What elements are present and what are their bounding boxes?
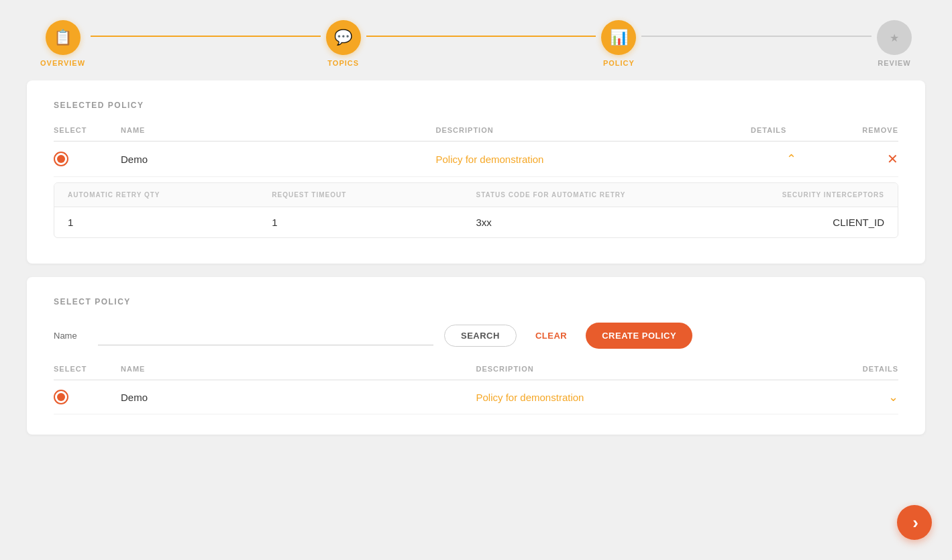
sp-row-description: Policy for demonstration (476, 392, 832, 403)
sub-col-timeout: REQUEST TIMEOUT (272, 191, 476, 199)
step-label-policy: POLICY (603, 59, 635, 67)
clear-button[interactable]: CLEAR (527, 325, 575, 346)
select-policy-row: Demo Policy for demonstration ⌄ (54, 380, 898, 414)
row-name: Demo (121, 154, 436, 165)
select-policy-title: SELECT POLICY (54, 297, 898, 306)
overview-icon: 📋 (54, 29, 72, 46)
sub-col-retry: AUTOMATIC RETRY QTY (68, 191, 272, 199)
step-line-3 (641, 36, 871, 37)
col-name: NAME (121, 126, 436, 134)
fab-next-button[interactable]: › (897, 505, 932, 540)
selected-policy-card: SELECTED POLICY SELECT NAME DESCRIPTION … (27, 80, 925, 264)
step-label-review: REVIEW (878, 59, 910, 67)
sp-col-description: DESCRIPTION (476, 365, 832, 373)
sp-radio[interactable] (54, 390, 68, 404)
search-name-label: Name (54, 331, 87, 341)
subtable-header: AUTOMATIC RETRY QTY REQUEST TIMEOUT STAT… (54, 183, 898, 207)
step-circle-topics: 💬 (326, 20, 361, 55)
selected-policy-table-header: SELECT NAME DESCRIPTION DETAILS REMOVE (54, 126, 898, 142)
step-topics[interactable]: 💬 TOPICS (326, 20, 361, 67)
col-description: DESCRIPTION (436, 126, 751, 134)
review-icon: ★ (890, 32, 899, 44)
step-label-overview: OVERVIEW (40, 59, 85, 67)
sub-val-timeout: 1 (272, 217, 476, 228)
step-overview[interactable]: 📋 OVERVIEW (40, 20, 85, 67)
selected-policy-title: SELECTED POLICY (54, 101, 898, 110)
row-description: Policy for demonstration (436, 154, 751, 165)
create-policy-button[interactable]: CREATE POLICY (586, 323, 692, 349)
sp-radio-inner (57, 393, 65, 401)
step-line-1 (91, 36, 321, 37)
step-policy[interactable]: 📊 POLICY (601, 20, 636, 67)
radio-selected[interactable] (54, 152, 68, 166)
sp-col-details: DETAILS (831, 365, 898, 373)
sp-row-name: Demo (121, 392, 476, 403)
step-label-topics: TOPICS (327, 59, 359, 67)
step-circle-review: ★ (877, 20, 912, 55)
fab-next-icon: › (912, 512, 918, 533)
select-policy-card: SELECT POLICY Name SEARCH CLEAR CREATE P… (27, 277, 925, 435)
policy-icon: 📊 (610, 29, 628, 46)
sub-col-security: SECURITY INTERCEPTORS (680, 191, 884, 199)
step-review[interactable]: ★ REVIEW (877, 20, 912, 67)
sp-col-select: SELECT (54, 365, 121, 373)
subtable-row: 1 1 3xx CLIENT_ID (54, 207, 898, 237)
step-line-2 (366, 36, 596, 37)
sp-row-select[interactable] (54, 390, 121, 404)
sp-details-toggle[interactable]: ⌄ (831, 390, 898, 404)
sp-col-name: NAME (121, 365, 476, 373)
col-remove: REMOVE (831, 126, 898, 134)
col-select: SELECT (54, 126, 121, 134)
details-toggle-up[interactable]: ⌃ (751, 152, 831, 166)
search-button[interactable]: SEARCH (444, 325, 517, 347)
remove-button[interactable]: ✕ (831, 151, 898, 167)
stepper: 📋 OVERVIEW 💬 TOPICS 📊 POLICY ★ REVIEW (0, 0, 952, 80)
sub-col-status: STATUS CODE FOR AUTOMATIC RETRY (476, 191, 680, 199)
sub-val-retry: 1 (68, 217, 272, 228)
select-policy-table-header: SELECT NAME DESCRIPTION DETAILS (54, 365, 898, 380)
details-subtable: AUTOMATIC RETRY QTY REQUEST TIMEOUT STAT… (54, 182, 898, 238)
step-circle-policy: 📊 (601, 20, 636, 55)
row-select[interactable] (54, 152, 121, 166)
selected-policy-row: Demo Policy for demonstration ⌃ ✕ (54, 142, 898, 177)
topics-icon: 💬 (334, 29, 352, 46)
sub-val-security: CLIENT_ID (680, 217, 884, 228)
search-input[interactable] (98, 326, 433, 345)
radio-inner (57, 155, 65, 163)
search-area: Name SEARCH CLEAR CREATE POLICY (54, 323, 898, 349)
col-details: DETAILS (751, 126, 831, 134)
sub-val-status: 3xx (476, 217, 680, 228)
step-circle-overview: 📋 (46, 20, 81, 55)
